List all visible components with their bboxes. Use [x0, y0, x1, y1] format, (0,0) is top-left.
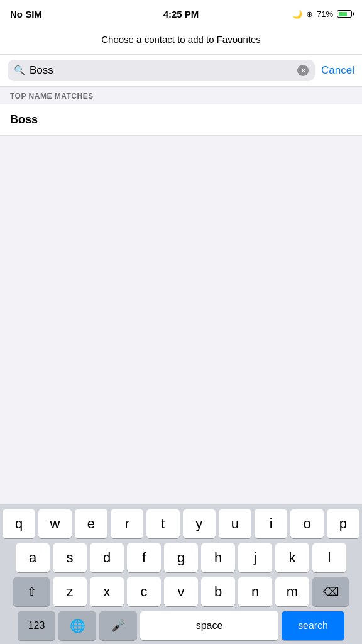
key-j[interactable]: j: [238, 543, 272, 572]
search-key[interactable]: search: [282, 611, 344, 640]
battery-fill: [339, 12, 347, 16]
key-l[interactable]: l: [312, 543, 346, 572]
key-s[interactable]: s: [53, 543, 87, 572]
key-o[interactable]: o: [290, 509, 323, 538]
status-right: 🌙 ⊕ 71%: [292, 9, 352, 19]
keyboard: q w e r t y u i o p a s d f g h j k l ⇧ …: [0, 504, 362, 644]
list-item[interactable]: Boss: [0, 104, 362, 136]
status-bar: No SIM 4:25 PM 🌙 ⊕ 71%: [0, 0, 362, 28]
key-e[interactable]: e: [75, 509, 107, 538]
key-q[interactable]: q: [3, 509, 35, 538]
mic-key[interactable]: 🎤: [99, 611, 137, 640]
key-d[interactable]: d: [90, 543, 124, 572]
key-c[interactable]: c: [127, 577, 161, 606]
key-p[interactable]: p: [327, 509, 359, 538]
key-g[interactable]: g: [164, 543, 198, 572]
key-u[interactable]: u: [219, 509, 251, 538]
key-k[interactable]: k: [275, 543, 309, 572]
keyboard-row-2: a s d f g h j k l: [3, 543, 359, 572]
clear-button[interactable]: ✕: [297, 65, 309, 76]
space-key[interactable]: space: [140, 611, 278, 640]
header-title: Choose a contact to add to Favourites: [101, 34, 260, 45]
key-m[interactable]: m: [275, 577, 309, 606]
key-z[interactable]: z: [53, 577, 87, 606]
battery-percent: 71%: [317, 9, 333, 19]
key-r[interactable]: r: [111, 509, 143, 538]
keyboard-row-1: q w e r t y u i o p: [3, 509, 359, 538]
key-a[interactable]: a: [16, 543, 50, 572]
battery-icon: [337, 10, 352, 18]
key-x[interactable]: x: [90, 577, 124, 606]
key-n[interactable]: n: [238, 577, 272, 606]
shift-key[interactable]: ⇧: [13, 577, 50, 606]
key-v[interactable]: v: [164, 577, 198, 606]
modal-header: Choose a contact to add to Favourites: [0, 28, 362, 55]
carrier-label: No SIM: [10, 9, 42, 19]
search-bar-row: 🔍 ✕ Cancel: [0, 55, 362, 87]
numbers-key[interactable]: 123: [18, 611, 55, 640]
section-header: TOP NAME MATCHES: [0, 87, 362, 104]
keyboard-row-3: ⇧ z x c v b n m ⌫: [3, 577, 359, 606]
search-input-wrapper: 🔍 ✕: [8, 60, 315, 81]
key-h[interactable]: h: [201, 543, 235, 572]
search-icon: 🔍: [14, 65, 26, 76]
cancel-button[interactable]: Cancel: [321, 64, 354, 77]
key-i[interactable]: i: [255, 509, 287, 538]
key-t[interactable]: t: [146, 509, 179, 538]
key-b[interactable]: b: [201, 577, 235, 606]
location-icon: ⊕: [306, 9, 313, 19]
key-y[interactable]: y: [183, 509, 216, 538]
keyboard-row-4: 123 🌐 🎤 space search: [3, 611, 359, 640]
search-input[interactable]: [30, 64, 293, 77]
globe-key[interactable]: 🌐: [58, 611, 96, 640]
moon-icon: 🌙: [292, 9, 302, 19]
results-area: TOP NAME MATCHES Boss: [0, 87, 362, 504]
contact-name: Boss: [10, 113, 38, 126]
key-f[interactable]: f: [127, 543, 161, 572]
time-label: 4:25 PM: [163, 9, 199, 19]
delete-key[interactable]: ⌫: [312, 577, 349, 606]
key-w[interactable]: w: [38, 509, 71, 538]
